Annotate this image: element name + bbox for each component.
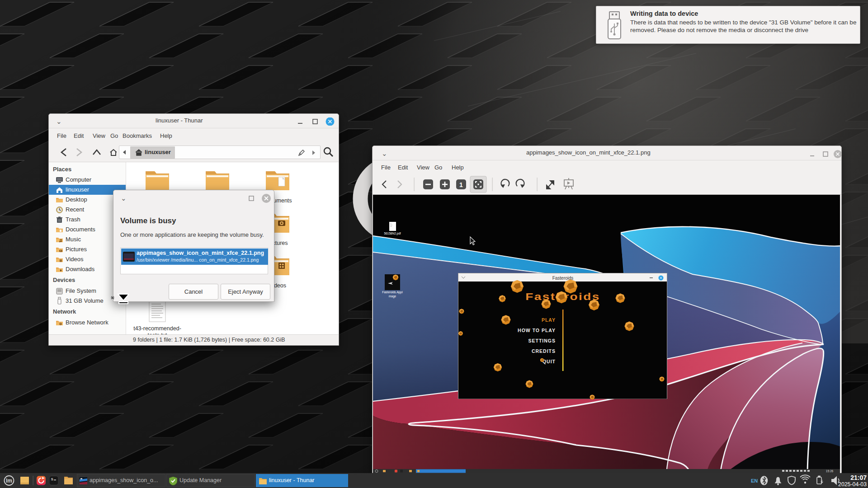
svg-text:HOW TO PLAY: HOW TO PLAY [518,328,556,333]
svg-text:lm: lm [6,478,12,484]
svg-text:CREDITS: CREDITS [532,348,556,354]
svg-text:PLAY: PLAY [542,317,556,323]
svg-text:15:26: 15:26 [826,469,834,473]
svg-text:$: $ [51,477,53,481]
svg-text:56158N2.pdf: 56158N2.pdf [384,232,401,235]
svg-text:EN: EN [751,478,758,483]
svg-text:t43-recommended-: t43-recommended- [133,325,181,332]
svg-text:QUIT: QUIT [542,359,556,364]
svg-text:mage: mage [389,295,396,298]
svg-text:SETTINGS: SETTINGS [528,338,556,343]
svg-text:Fasteroids.AppI: Fasteroids.AppI [382,291,403,294]
svg-text:1: 1 [459,181,463,188]
